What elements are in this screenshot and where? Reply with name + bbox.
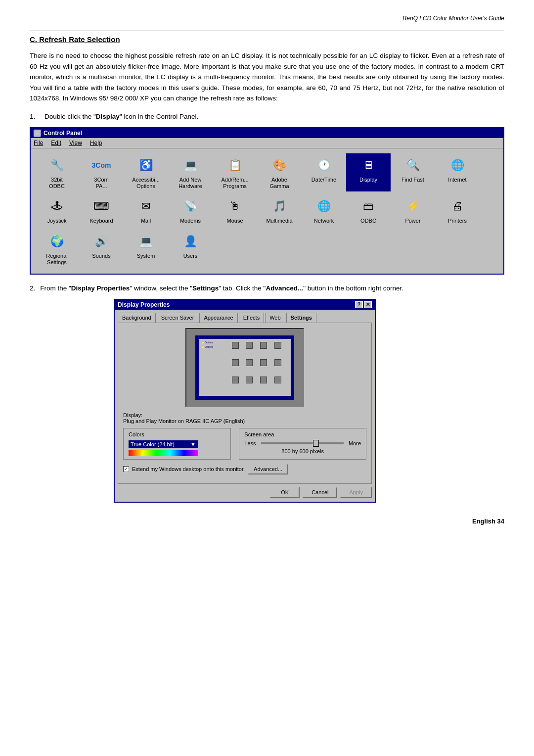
cp-label-users: Users: [183, 253, 198, 259]
cp-label-sounds: Sounds: [92, 253, 110, 259]
monitor-screen-inner: 📁 Options 📁 Options: [199, 339, 291, 396]
slider-row: Less More: [244, 440, 361, 446]
resolution-slider[interactable]: [261, 442, 344, 444]
tab-screensaver[interactable]: Screen Saver: [157, 313, 199, 323]
page-footer: English 34: [30, 518, 504, 525]
cp-label-adobe: AdobeGamma: [269, 177, 289, 189]
cp-item-modems[interactable]: 📡 Modems: [168, 194, 213, 226]
menu-edit[interactable]: Edit: [51, 140, 61, 146]
cp-label-datetime: Date/Time: [312, 177, 336, 183]
tab-appearance[interactable]: Appearance: [199, 313, 237, 323]
cp-icon-modems: 📡: [180, 196, 200, 216]
screen-area-label: Screen area: [244, 431, 361, 437]
cp-item-regional[interactable]: 🌍 RegionalSettings: [35, 230, 79, 268]
cp-item-addnewhardware[interactable]: 💻 Add NewHardware: [168, 153, 213, 191]
cp-item-network[interactable]: 🌐 Network: [302, 194, 346, 226]
menu-file[interactable]: File: [34, 140, 43, 146]
cp-item-internet[interactable]: 🌐 Internet: [435, 153, 480, 191]
cp-item-32bit[interactable]: 🔧 32bitODBC: [35, 153, 79, 191]
display-info: Display: Plug and Play Monitor on RAGE I…: [123, 412, 366, 424]
cp-item-datetime[interactable]: 🕐 Date/Time: [302, 153, 346, 191]
screen-icon-6: [246, 359, 253, 366]
cp-icon-addremove: 📋: [225, 155, 245, 175]
header-divider: [30, 31, 504, 31]
tab-background[interactable]: Background: [118, 313, 156, 323]
display-label: Display:: [123, 412, 142, 418]
cp-item-sounds[interactable]: 🔊 Sounds: [79, 230, 124, 268]
display-props-footer[interactable]: OK Cancel Apply: [115, 484, 375, 502]
menu-help[interactable]: Help: [90, 140, 102, 146]
control-panel-menu-bar[interactable]: File Edit View Help: [31, 138, 503, 148]
screen-icon-1: [232, 342, 239, 349]
screen-icon-9: [232, 377, 239, 383]
page-header: BenQ LCD Color Monitor User's Guide: [30, 15, 504, 22]
tab-settings[interactable]: Settings: [286, 313, 316, 323]
screen-area-group: Screen area Less More 800 by 600 pixels: [239, 428, 366, 460]
menu-view[interactable]: View: [69, 140, 82, 146]
cp-label-32bit: 32bitODBC: [49, 177, 65, 189]
apply-button[interactable]: Apply: [340, 487, 372, 498]
cp-icon-addnewhardware: 💻: [180, 155, 200, 175]
cp-label-regional: RegionalSettings: [46, 253, 67, 266]
control-panel-title-icon: [34, 130, 41, 137]
cp-icon-system: 💻: [136, 232, 156, 251]
screen-icon-8: [274, 359, 281, 366]
display-props-tabs[interactable]: Background Screen Saver Appearance Effec…: [115, 310, 375, 323]
extend-desktop-checkbox[interactable]: ✓: [123, 466, 129, 472]
cp-label-3com: 3ComPA...: [94, 177, 108, 189]
color-bar: [129, 450, 198, 456]
cp-item-keyboard[interactable]: ⌨ Keyboard: [79, 194, 124, 226]
screen-icon-11: [260, 377, 267, 383]
cp-item-power[interactable]: ⚡ Power: [391, 194, 435, 226]
cp-label-addremove: Add/Rem...Programs: [221, 177, 248, 189]
cp-item-joystick[interactable]: 🕹 Joystick: [35, 194, 79, 226]
cp-item-findfast[interactable]: 🔍 Find Fast: [391, 153, 435, 191]
cancel-button[interactable]: Cancel: [303, 487, 337, 498]
step-1-text: Double click the "Display" icon in the C…: [44, 113, 198, 120]
tab-effects[interactable]: Effects: [239, 313, 264, 323]
slider-thumb: [313, 440, 319, 447]
cp-item-addremove[interactable]: 📋 Add/Rem...Programs: [213, 153, 257, 191]
cp-item-3com[interactable]: 3Com 3ComPA...: [79, 153, 124, 191]
monitor-screen: 📁 Options 📁 Options: [195, 335, 294, 400]
cp-item-users[interactable]: 👤 Users: [168, 230, 213, 268]
screen-sidebar: 📁 Options 📁 Options: [201, 341, 231, 394]
tab-web[interactable]: Web: [265, 313, 285, 323]
step-2-bold2: Settings: [192, 284, 219, 292]
cp-item-odbc[interactable]: 🗃 ODBC: [346, 194, 391, 226]
cp-icon-regional: 🌍: [47, 232, 67, 251]
question-button[interactable]: ?: [355, 301, 363, 308]
cp-label-odbc: ODBC: [360, 218, 376, 224]
cp-label-printers: Printers: [448, 218, 467, 224]
cp-icon-findfast: 🔍: [403, 155, 423, 175]
cp-label-network: Network: [314, 218, 334, 224]
display-props-window: Display Properties ? ✕ Background Screen…: [114, 299, 376, 503]
settings-row: Colors True Color (24 bit) ▼ Screen area…: [123, 428, 366, 460]
cp-item-adobe[interactable]: 🎨 AdobeGamma: [257, 153, 302, 191]
cp-item-accessibility[interactable]: ♿ Accessibi...Options: [124, 153, 168, 191]
cp-item-system[interactable]: 💻 System: [124, 230, 168, 268]
colors-group: Colors True Color (24 bit) ▼: [123, 428, 231, 460]
cp-icon-mouse: 🖱: [225, 196, 245, 216]
cp-icon-display: 🖥: [358, 155, 378, 175]
cp-label-accessibility: Accessibi...Options: [132, 177, 160, 189]
screen-icon-5: [232, 359, 239, 366]
cp-label-mail: Mail: [141, 218, 151, 224]
close-button[interactable]: ✕: [364, 301, 372, 308]
step-1-number: 1.: [30, 113, 40, 120]
cp-item-multimedia[interactable]: 🎵 Multimedia: [257, 194, 302, 226]
ok-button[interactable]: OK: [270, 487, 300, 498]
screen-icon-3: [260, 342, 267, 349]
cp-item-mail[interactable]: ✉ Mail: [124, 194, 168, 226]
color-select[interactable]: True Color (24 bit) ▼: [129, 440, 198, 448]
cp-label-system: System: [137, 253, 155, 259]
cp-item-printers[interactable]: 🖨 Printers: [435, 194, 480, 226]
advanced-button[interactable]: Advanced...: [248, 464, 288, 474]
cp-item-display[interactable]: 🖥 Display: [346, 153, 391, 191]
cp-label-power: Power: [405, 218, 420, 224]
color-value: True Color (24 bit): [131, 441, 175, 447]
cp-icon-users: 👤: [180, 232, 200, 251]
step-2-bold1: Display Properties: [71, 284, 130, 292]
cp-item-mouse[interactable]: 🖱 Mouse: [213, 194, 257, 226]
display-props-controls[interactable]: ? ✕: [355, 301, 372, 308]
